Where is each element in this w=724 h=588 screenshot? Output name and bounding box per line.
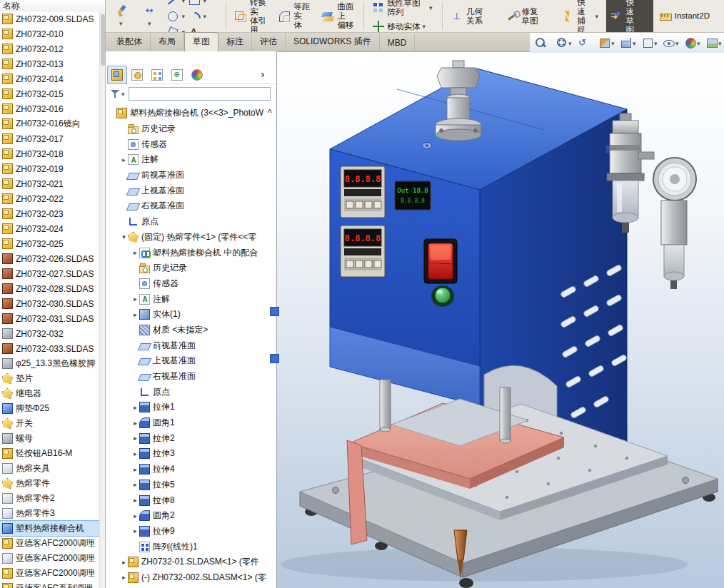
ribbon-tool-button[interactable] — [109, 1, 136, 32]
file-list-item[interactable]: 脚垫Φ25 — [0, 401, 99, 416]
ribbon-tool-button[interactable]: 修复草图 — [502, 6, 556, 27]
file-list-item[interactable]: ZH0732-033.SLDAS — [0, 341, 99, 356]
file-list-item[interactable]: ZH0732-013 — [0, 56, 99, 71]
dropdown-caret-icon[interactable] — [148, 19, 154, 29]
file-list-item[interactable]: ZH0732-021 — [0, 176, 99, 191]
ribbon-tab[interactable]: 草图 — [184, 32, 218, 51]
tree-item[interactable]: 拉伸1 — [106, 400, 276, 415]
file-list-item[interactable]: ZH0732-031.SLDAS — [0, 311, 99, 326]
ribbon-tab[interactable]: SOLIDWORKS 插件 — [286, 33, 380, 51]
expand-arrow-icon[interactable] — [120, 156, 128, 163]
ribbon-tool-button[interactable]: 曲面上 偏移 — [317, 1, 359, 31]
expand-arrow-icon[interactable] — [131, 404, 139, 411]
file-list-item[interactable]: ZH0732-025 — [0, 236, 99, 251]
file-list-item[interactable]: ZH0732-017 — [0, 131, 99, 146]
file-list-item[interactable]: ZH0732-015 — [0, 86, 99, 101]
tree-item[interactable]: 拉伸4 — [106, 462, 276, 477]
tree-item[interactable]: 注解 — [106, 152, 276, 168]
tree-item[interactable]: 材质 <未指定> — [106, 323, 276, 338]
view-tool-button[interactable] — [577, 36, 595, 49]
featuremanager-tab[interactable] — [108, 66, 126, 83]
tree-item[interactable]: (-) ZH0732-002.SLDASM<1> (零 — [106, 570, 276, 586]
dropdown-caret-icon[interactable] — [654, 38, 660, 48]
dropdown-caret-icon[interactable] — [429, 3, 435, 13]
file-list-item[interactable]: 螺母 — [0, 431, 99, 446]
expand-arrow-icon[interactable] — [131, 527, 139, 534]
file-list-item[interactable]: ZH0732-014 — [0, 71, 99, 86]
tree-item[interactable]: 前视基准面 — [106, 338, 276, 353]
tree-item[interactable]: 右视基准面 — [106, 198, 276, 214]
ribbon-tool-button[interactable]: 转换实 体引用 — [230, 0, 272, 33]
expand-arrow-icon[interactable] — [131, 249, 139, 256]
sketch-entity-button[interactable] — [187, 9, 208, 24]
dropdown-caret-icon[interactable] — [121, 88, 127, 98]
file-list-item[interactable]: 亚德客AFC2000调理 — [0, 566, 99, 581]
expand-arrow-icon[interactable] — [120, 559, 128, 566]
file-list-item[interactable]: 热熔零件2 — [0, 491, 99, 506]
tree-item[interactable]: 历史记录 — [106, 121, 276, 137]
file-list-item[interactable]: ZH0732-009.SLDAS — [0, 11, 99, 26]
ribbon-tool-button[interactable]: 几何关系 — [446, 6, 501, 27]
expand-arrow-icon[interactable] — [120, 574, 128, 581]
tree-item[interactable]: 原点 — [106, 384, 276, 400]
file-list-item[interactable]: ZH0732-022 — [0, 191, 99, 206]
file-list-item[interactable]: ZH0732-030.SLDAS — [0, 296, 99, 311]
ribbon-tool-button[interactable]: 快速草 图 — [606, 0, 653, 33]
expand-arrow-icon[interactable] — [131, 497, 139, 504]
view-tool-button[interactable] — [705, 36, 724, 49]
file-list-item[interactable]: φ25_13.3黑色橡胶脚 — [0, 356, 99, 371]
collapse-tree-icon[interactable] — [268, 107, 272, 117]
file-list-item[interactable]: 亚德客AFC2000调理 — [0, 551, 99, 566]
file-list-item[interactable]: ZH0732-032 — [0, 326, 99, 341]
featuremanager-tab[interactable] — [188, 66, 206, 83]
power-switch[interactable] — [424, 239, 457, 283]
file-list-item[interactable]: 亚德客AFC系列调理 — [0, 581, 99, 588]
dropdown-caret-icon[interactable] — [633, 38, 638, 48]
tree-item[interactable]: 历史记录 — [106, 260, 276, 276]
file-list-item[interactable]: 热熔零件 — [0, 476, 99, 491]
ribbon-tab[interactable]: 标注 — [218, 33, 252, 51]
panel-splitter-handle[interactable] — [270, 354, 279, 363]
machine-3d-model[interactable]: 8.8.8.8 Out 18.8 8.8.8.8 8.8.8.8 — [248, 52, 724, 588]
tree-item[interactable]: 传感器 — [106, 276, 276, 292]
dropdown-caret-icon[interactable] — [697, 38, 703, 48]
file-list-scrollbar[interactable] — [99, 12, 105, 588]
tree-item[interactable]: 传感器 — [106, 136, 276, 152]
file-list-item[interactable]: 继电器 — [0, 386, 99, 401]
view-tool-button[interactable] — [598, 36, 617, 49]
file-list-item[interactable]: ZH0732-010 — [0, 26, 99, 41]
file-list-item[interactable]: ZH0732-016 — [0, 101, 99, 116]
view-tool-button[interactable] — [534, 36, 553, 49]
ribbon-tool-button[interactable]: 等距实 体 — [273, 1, 316, 31]
expand-arrow-icon[interactable] — [131, 450, 139, 457]
view-tool-button[interactable] — [555, 36, 574, 49]
file-list-item[interactable]: 轻按钮AB16-M — [0, 446, 99, 461]
ribbon-tab[interactable]: MBD — [380, 35, 416, 51]
dropdown-caret-icon[interactable] — [568, 38, 574, 48]
expand-arrow-icon[interactable] — [131, 512, 139, 519]
file-list-item[interactable]: 垫片 — [0, 371, 99, 386]
featuremanager-tab[interactable] — [128, 66, 146, 83]
ribbon-tool-button[interactable]: 快速捕 捉 — [557, 0, 604, 33]
expand-arrow-icon[interactable] — [131, 311, 139, 318]
tree-item[interactable]: 拉伸9 — [106, 524, 276, 539]
tree-item[interactable]: 圆角1 — [106, 415, 276, 431]
tree-item[interactable]: 注解 — [106, 291, 276, 307]
file-list-item[interactable]: ZH0732-028.SLDAS — [0, 281, 99, 296]
tree-item[interactable]: 右视基准面 — [106, 369, 276, 385]
tree-filter-input[interactable] — [129, 87, 271, 101]
file-list-item[interactable]: 塑料热熔接柳合机 — [0, 521, 99, 536]
chevron-right-icon[interactable] — [261, 67, 271, 81]
dropdown-caret-icon[interactable] — [595, 11, 601, 21]
view-tool-button[interactable] — [684, 36, 703, 49]
sketch-entity-button[interactable] — [166, 9, 187, 24]
tree-item[interactable]: 圆角2 — [106, 508, 276, 524]
tree-item[interactable]: 阵列(线性)1 — [106, 539, 276, 554]
linear-sketch-pattern-button[interactable]: 线性草图阵列 — [368, 0, 438, 18]
file-list-item[interactable]: 亚德客AFC2000调理 — [0, 536, 99, 551]
view-tool-button[interactable] — [641, 36, 660, 49]
dropdown-caret-icon[interactable] — [203, 11, 209, 21]
file-list-item[interactable]: ZH0732-018 — [0, 146, 99, 161]
expand-arrow-icon[interactable] — [131, 481, 139, 488]
ribbon-tab[interactable]: 评估 — [252, 33, 286, 51]
